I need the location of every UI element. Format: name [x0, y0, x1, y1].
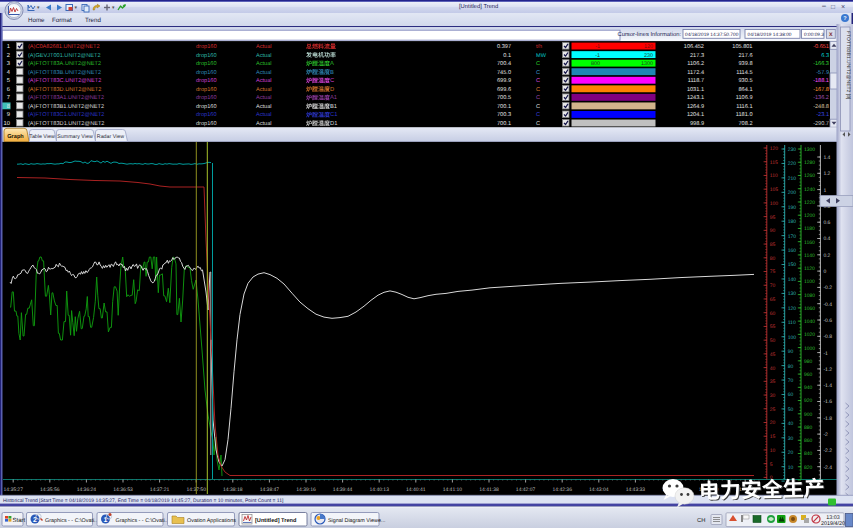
svg-text:1: 1	[823, 188, 826, 194]
svg-text:708.2: 708.2	[739, 121, 753, 127]
svg-text:(A)FTOTT83B.UNIT2@NET2: (A)FTOTT83B.UNIT2@NET2	[28, 69, 101, 76]
svg-text:0.4: 0.4	[823, 236, 830, 242]
svg-text:Radar View: Radar View	[97, 134, 124, 140]
svg-text:04/18/2019 14:37:50.700: 04/18/2019 14:37:50.700	[685, 32, 739, 38]
svg-text:D1: D1	[330, 121, 337, 127]
svg-text:drop160: drop160	[196, 69, 217, 76]
svg-text:14:40:41: 14:40:41	[406, 487, 426, 493]
svg-text:120: 120	[788, 306, 797, 312]
svg-text:160: 160	[788, 248, 797, 254]
svg-text:930.5: 930.5	[739, 78, 753, 84]
svg-text:-23.1: -23.1	[816, 112, 829, 118]
svg-text:860: 860	[804, 438, 813, 444]
svg-text:100: 100	[788, 335, 797, 341]
svg-text:7: 7	[7, 95, 10, 101]
svg-text:14:43:04: 14:43:04	[589, 487, 609, 493]
svg-text:0: 0	[823, 269, 826, 275]
svg-text:-1.2: -1.2	[823, 367, 832, 373]
svg-text:30: 30	[770, 393, 776, 399]
svg-text:B: B	[330, 70, 334, 76]
svg-text:45: 45	[770, 352, 776, 358]
svg-text:940: 940	[804, 385, 813, 391]
svg-text:Actual: Actual	[256, 77, 272, 84]
svg-text:-167.8: -167.8	[813, 87, 829, 93]
svg-text:14:39:44: 14:39:44	[333, 487, 353, 493]
svg-text:-1.8: -1.8	[823, 416, 832, 422]
svg-text:Actual: Actual	[256, 120, 272, 127]
svg-text:105.801: 105.801	[732, 44, 752, 50]
svg-text:14:42:07: 14:42:07	[516, 487, 536, 493]
svg-text:-290.7: -290.7	[813, 121, 829, 127]
svg-text:-166.3: -166.3	[813, 61, 829, 67]
svg-text:230: 230	[788, 147, 797, 153]
svg-text:0.2: 0.2	[823, 253, 830, 259]
svg-text:2: 2	[7, 52, 10, 59]
svg-text:C: C	[536, 61, 540, 67]
svg-text:60: 60	[770, 311, 776, 317]
svg-text:699.9: 699.9	[497, 78, 511, 84]
svg-text:-188.1: -188.1	[813, 78, 829, 84]
svg-text:Home: Home	[28, 17, 45, 24]
svg-text:1100: 1100	[804, 279, 815, 285]
svg-text:70: 70	[788, 378, 794, 384]
svg-text:14:42:36: 14:42:36	[552, 487, 572, 493]
svg-text:1172.4: 1172.4	[687, 70, 704, 76]
svg-text:-1.6: -1.6	[823, 399, 832, 405]
svg-text:960: 960	[804, 372, 813, 378]
svg-text:1106.9: 1106.9	[736, 95, 753, 101]
svg-text:(A)FTOTT83C1.UNIT2@NET2: (A)FTOTT83C1.UNIT2@NET2	[28, 111, 104, 118]
svg-text:2019/4/20: 2019/4/20	[821, 521, 845, 527]
svg-text:1118.7: 1118.7	[688, 78, 704, 84]
svg-text:939.8: 939.8	[739, 61, 753, 67]
svg-text:C: C	[536, 70, 540, 76]
svg-text:C: C	[536, 121, 540, 127]
svg-text:880: 880	[804, 425, 813, 431]
svg-text:-1: -1	[823, 351, 828, 357]
svg-text:80: 80	[788, 364, 794, 370]
svg-text:14:41:10: 14:41:10	[443, 487, 463, 493]
svg-text:1031.1: 1031.1	[687, 87, 704, 93]
svg-text:-57.9: -57.9	[816, 70, 829, 76]
svg-text:75: 75	[770, 269, 776, 275]
svg-text:180: 180	[788, 219, 797, 225]
svg-text:100: 100	[770, 201, 779, 207]
svg-text:drop160: drop160	[196, 86, 217, 93]
svg-text:04/18/2019 14:38:00: 04/18/2019 14:38:00	[748, 32, 792, 38]
svg-text:1.4: 1.4	[823, 155, 830, 161]
svg-text:70: 70	[770, 283, 776, 289]
svg-text:Summary View: Summary View	[57, 134, 93, 140]
svg-text:5: 5	[770, 462, 773, 468]
svg-text:217.6: 217.6	[739, 53, 753, 59]
svg-text:t/h: t/h	[536, 43, 542, 50]
svg-text:-2.4: -2.4	[823, 465, 832, 471]
svg-text:-0.4: -0.4	[823, 302, 832, 308]
svg-text:drop160: drop160	[196, 120, 217, 127]
svg-text:1181.0: 1181.0	[736, 112, 753, 118]
svg-text:14:36:53: 14:36:53	[113, 487, 133, 493]
svg-text:(A)FTOTT83A1.UNIT2@NET2: (A)FTOTT83A1.UNIT2@NET2	[28, 94, 104, 101]
svg-text:[Untitled] Trend: [Untitled] Trend	[459, 3, 498, 10]
svg-text:1020: 1020	[804, 332, 815, 338]
svg-text:Table View: Table View	[29, 134, 55, 140]
svg-text:1114.5: 1114.5	[736, 70, 752, 76]
svg-text:1204.1: 1204.1	[687, 112, 704, 118]
svg-text:‒: ‒	[821, 3, 826, 10]
svg-text:150: 150	[788, 262, 797, 268]
svg-text:1260: 1260	[804, 173, 815, 179]
svg-text:(A)FTOTT83C.UNIT2@NET2: (A)FTOTT83C.UNIT2@NET2	[28, 77, 101, 84]
svg-text:Graph: Graph	[7, 133, 24, 140]
svg-text:C: C	[330, 77, 334, 84]
svg-text:C: C	[536, 112, 540, 118]
svg-text:50: 50	[788, 407, 794, 413]
svg-text:FTOTT83B1.UNIT2@NET2 [8]: FTOTT83B1.UNIT2@NET2 [8]	[845, 31, 851, 100]
svg-text:65: 65	[770, 297, 776, 303]
svg-text:14:43:33: 14:43:33	[626, 487, 646, 493]
svg-text:130: 130	[788, 291, 797, 297]
svg-text:drop160: drop160	[196, 111, 217, 118]
svg-text:0:00:09.3: 0:00:09.3	[804, 32, 824, 38]
svg-text:C: C	[536, 78, 540, 84]
svg-text:35: 35	[770, 379, 776, 385]
svg-text:Ovation Applications: Ovation Applications	[187, 518, 236, 524]
svg-text:700.1: 700.1	[497, 104, 511, 110]
svg-text:Format: Format	[52, 17, 72, 24]
